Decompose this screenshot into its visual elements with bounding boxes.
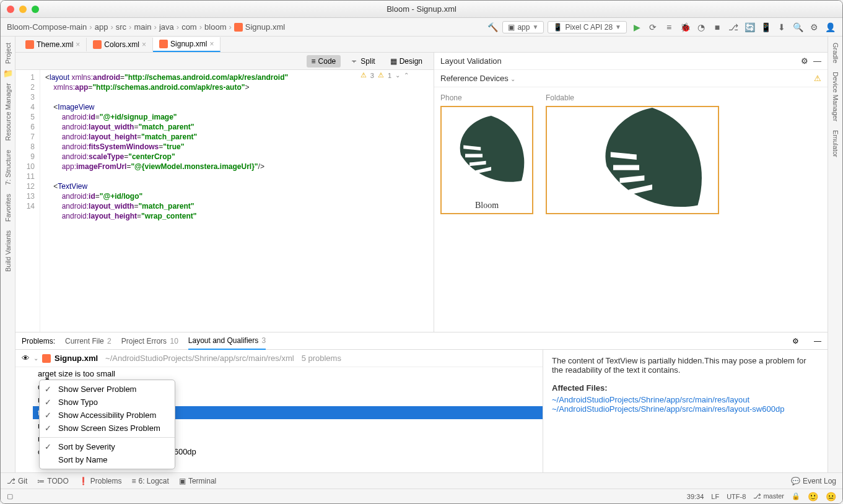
file-icon bbox=[159, 40, 168, 48]
rail-structure[interactable]: 7: Structure bbox=[4, 146, 12, 189]
menu-show-screen-sizes[interactable]: ✓Show Screen Sizes Problem bbox=[40, 422, 175, 435]
chevron-down-icon[interactable]: ⌄ bbox=[510, 76, 515, 82]
build-icon[interactable]: 🔨 bbox=[486, 21, 499, 33]
search-icon[interactable]: 🔍 bbox=[792, 21, 804, 33]
reference-devices-label[interactable]: Reference Devices bbox=[440, 74, 509, 83]
rail-favorites[interactable]: Favorites bbox=[4, 190, 12, 225]
profile-icon[interactable]: ◔ bbox=[695, 21, 707, 33]
app-name-label: Bloom bbox=[442, 201, 532, 211]
gear-icon[interactable]: ⚙ bbox=[801, 56, 808, 66]
layout-validation-title: Layout Validation bbox=[440, 56, 502, 66]
menu-show-accessibility[interactable]: ✓Show Accessibility Problem bbox=[40, 409, 175, 422]
tab-signup[interactable]: Signup.xml × bbox=[153, 37, 221, 52]
crumb[interactable]: Bloom-Compose-main bbox=[7, 22, 87, 32]
problem-file-row[interactable]: 👁 ⌄ Signup.xml ~/AndroidStudioProjects/S… bbox=[15, 350, 543, 367]
titlebar: Bloom - Signup.xml bbox=[1, 1, 842, 18]
chevron-up-icon[interactable]: ⌃ bbox=[404, 72, 409, 79]
view-split-button[interactable]: ⫟ Split bbox=[346, 55, 380, 67]
tab-current-file[interactable]: Current File 2 bbox=[65, 333, 111, 349]
view-design-button[interactable]: ▦ Design bbox=[385, 55, 427, 67]
file-icon bbox=[25, 40, 34, 49]
code-editor[interactable]: ⚠3 ⚠1 ⌄ ⌃ 1 2 3 4 5 6 7 8 9 10 11 12 13 … bbox=[15, 70, 434, 332]
device-selector[interactable]: 📱 Pixel C API 28 ▼ bbox=[548, 21, 627, 33]
foldable-preview[interactable] bbox=[546, 106, 719, 214]
menu-show-typo[interactable]: ✓Show Typo bbox=[40, 396, 175, 409]
crumb[interactable]: com bbox=[181, 22, 197, 32]
git-branch[interactable]: ⎇ master bbox=[753, 492, 784, 500]
minimize-icon[interactable]: — bbox=[813, 56, 821, 66]
crumb[interactable]: java bbox=[159, 22, 174, 32]
account-icon[interactable]: 👤 bbox=[824, 21, 836, 33]
rail-resmgr[interactable]: Resource Manager bbox=[4, 79, 12, 145]
chevron-down-icon[interactable]: ⌄ bbox=[33, 355, 38, 362]
tab-layout-qualifiers[interactable]: Layout and Qualifiers 3 bbox=[188, 332, 266, 350]
navbar: Bloom-Compose-main› app› src› main› java… bbox=[1, 18, 842, 37]
view-code-button[interactable]: ≡ Code bbox=[307, 55, 341, 67]
close-tab-icon[interactable]: × bbox=[209, 40, 214, 48]
menu-sort-severity[interactable]: ✓Sort by Severity bbox=[40, 440, 175, 453]
encoding[interactable]: UTF-8 bbox=[727, 493, 746, 500]
status-face-warn-icon[interactable]: 😐 bbox=[826, 492, 836, 502]
status-face-ok-icon[interactable]: 🙂 bbox=[808, 492, 818, 502]
rail-project[interactable]: Project bbox=[4, 39, 12, 67]
eye-icon[interactable]: 👁 bbox=[22, 354, 30, 363]
rail-buildvar[interactable]: Build Variants bbox=[4, 227, 12, 276]
editor-tabs: Theme.xml × Colors.xml × Signup.xml × bbox=[15, 37, 828, 53]
tab-project-errors[interactable]: Project Errors 10 bbox=[121, 333, 178, 349]
folder-icon[interactable]: 📁 bbox=[3, 69, 13, 78]
apply-code-icon[interactable]: ≡ bbox=[663, 21, 675, 33]
phone-preview[interactable]: Bloom bbox=[440, 106, 533, 214]
sdk-icon[interactable]: ⬇ bbox=[775, 21, 788, 33]
cursor-position[interactable]: 39:34 bbox=[687, 493, 704, 500]
sync-icon[interactable]: 🔄 bbox=[743, 21, 756, 33]
filter-context-menu: ✓Show Server Problem ✓Show Typo ✓Show Ac… bbox=[39, 380, 175, 469]
git-icon[interactable]: ⎇ bbox=[727, 21, 740, 33]
toolwin-problems[interactable]: ❗ Problems bbox=[79, 477, 122, 485]
rail-device-manager[interactable]: Device Manager bbox=[832, 68, 839, 125]
rail-gradle[interactable]: Gradle bbox=[832, 39, 839, 67]
line-sep[interactable]: LF bbox=[711, 493, 719, 500]
leaf-icon bbox=[448, 106, 533, 200]
tab-colors[interactable]: Colors.xml × bbox=[87, 38, 153, 51]
status-icon[interactable]: ▢ bbox=[7, 492, 13, 500]
rail-emulator[interactable]: Emulator bbox=[832, 126, 839, 161]
code-content[interactable]: <layout xmlns:android="http://schemas.an… bbox=[40, 70, 434, 332]
toolwin-todo[interactable]: ≔ TODO bbox=[37, 477, 68, 485]
crumb[interactable]: main bbox=[134, 22, 151, 32]
minimize-icon[interactable]: — bbox=[814, 337, 821, 345]
toolwin-git[interactable]: ⎇ Git bbox=[7, 477, 27, 485]
crumb[interactable]: Signup.xml bbox=[245, 22, 285, 32]
toolwin-terminal[interactable]: ▣ Terminal bbox=[179, 477, 216, 485]
bottom-toolbar: ⎇ Git ≔ TODO ❗ Problems ≡ 6: Logcat ▣ Te… bbox=[1, 472, 842, 489]
apply-changes-icon[interactable]: ⟳ bbox=[647, 21, 659, 33]
event-log[interactable]: 💬 Event Log bbox=[791, 477, 836, 485]
close-tab-icon[interactable]: × bbox=[142, 40, 146, 49]
file-icon bbox=[42, 354, 51, 363]
lock-icon[interactable]: 🔒 bbox=[792, 492, 800, 500]
avd-icon[interactable]: 📱 bbox=[759, 21, 772, 33]
line-gutter: 1 2 3 4 5 6 7 8 9 10 11 12 13 14 bbox=[15, 70, 40, 332]
warning-icon[interactable]: ⚠ bbox=[814, 74, 821, 83]
affected-file-link[interactable]: ~/AndroidStudioProjects/Shrine/app/src/m… bbox=[552, 395, 819, 404]
crumb[interactable]: app bbox=[95, 22, 108, 32]
close-tab-icon[interactable]: × bbox=[76, 40, 80, 49]
run-icon[interactable]: ▶ bbox=[631, 21, 643, 33]
settings-icon[interactable]: ⚙ bbox=[808, 21, 820, 33]
problem-item[interactable]: arget size is too small bbox=[33, 367, 543, 380]
window-title: Bloom - Signup.xml bbox=[1, 4, 842, 14]
breadcrumb: Bloom-Compose-main› app› src› main› java… bbox=[7, 22, 486, 32]
warning-icon[interactable]: ⚠ bbox=[360, 71, 367, 79]
chevron-down-icon[interactable]: ⌄ bbox=[395, 72, 400, 79]
run-config-selector[interactable]: ▣ app ▼ bbox=[502, 21, 544, 33]
stop-icon[interactable]: ■ bbox=[711, 21, 723, 33]
gear-icon[interactable]: ⚙ bbox=[792, 337, 799, 345]
affected-file-link[interactable]: ~/AndroidStudioProjects/Shrine/app/src/m… bbox=[552, 404, 819, 414]
debug-icon[interactable]: 🐞 bbox=[679, 21, 691, 33]
menu-sort-name[interactable]: Sort by Name bbox=[40, 453, 175, 466]
toolwin-logcat[interactable]: ≡ 6: Logcat bbox=[131, 477, 168, 485]
tab-theme[interactable]: Theme.xml × bbox=[19, 38, 87, 51]
warning-icon[interactable]: ⚠ bbox=[378, 71, 384, 79]
crumb[interactable]: src bbox=[116, 22, 126, 32]
crumb[interactable]: bloom bbox=[204, 22, 226, 32]
menu-show-server-problem[interactable]: ✓Show Server Problem bbox=[40, 383, 175, 396]
